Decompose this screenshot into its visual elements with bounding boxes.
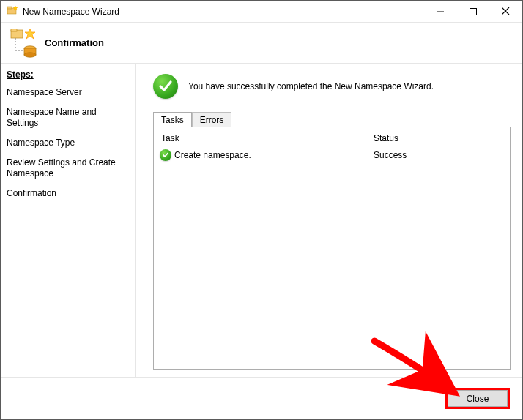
step-review-create[interactable]: Review Settings and Create Namespace [1, 153, 135, 184]
row-status-text: Success [374, 150, 502, 160]
tab-tasks[interactable]: Tasks [153, 112, 192, 127]
success-row: You have successfully completed the New … [153, 74, 511, 99]
steps-heading: Steps: [1, 67, 135, 83]
close-button[interactable]: Close [448, 390, 508, 407]
close-window-button[interactable] [489, 1, 522, 22]
button-bar: Close [1, 377, 522, 419]
window-title: New Namespace Wizard [23, 7, 423, 17]
titlebar: New Namespace Wizard [1, 1, 522, 23]
wizard-header-icon [8, 29, 34, 58]
wizard-folder-icon [7, 4, 18, 18]
steps-sidebar: Steps: Namespace Server Namespace Name a… [1, 64, 136, 377]
step-namespace-type[interactable]: Namespace Type [1, 133, 135, 153]
maximize-button[interactable] [456, 1, 489, 22]
column-task: Task [161, 133, 374, 143]
tab-errors[interactable]: Errors [192, 112, 232, 127]
svg-rect-1 [7, 7, 12, 9]
step-namespace-server[interactable]: Namespace Server [1, 83, 135, 102]
svg-rect-7 [11, 29, 17, 31]
success-icon [153, 74, 178, 99]
main-content: You have successfully completed the New … [136, 64, 522, 377]
wizard-window: New Namespace Wizard [0, 0, 523, 420]
window-controls [423, 1, 522, 22]
table-header: Task Status [154, 127, 510, 146]
tabstrip: Tasks Errors [153, 110, 511, 127]
tasks-pane: Task Status Create namespace. Success [153, 127, 511, 370]
column-status: Status [374, 133, 502, 143]
svg-rect-3 [470, 8, 476, 15]
svg-point-12 [24, 52, 36, 56]
row-success-icon [160, 149, 174, 161]
minimize-button[interactable] [423, 1, 456, 22]
success-message: You have successfully completed the New … [188, 81, 434, 91]
step-namespace-name-settings[interactable]: Namespace Name and Settings [1, 102, 135, 133]
step-confirmation[interactable]: Confirmation [1, 184, 135, 203]
page-heading: Confirmation [45, 37, 104, 48]
wizard-body: Steps: Namespace Server Namespace Name a… [1, 64, 522, 377]
wizard-header: Confirmation [1, 23, 522, 64]
row-task-text: Create namespace. [174, 150, 374, 160]
table-row: Create namespace. Success [154, 146, 510, 164]
